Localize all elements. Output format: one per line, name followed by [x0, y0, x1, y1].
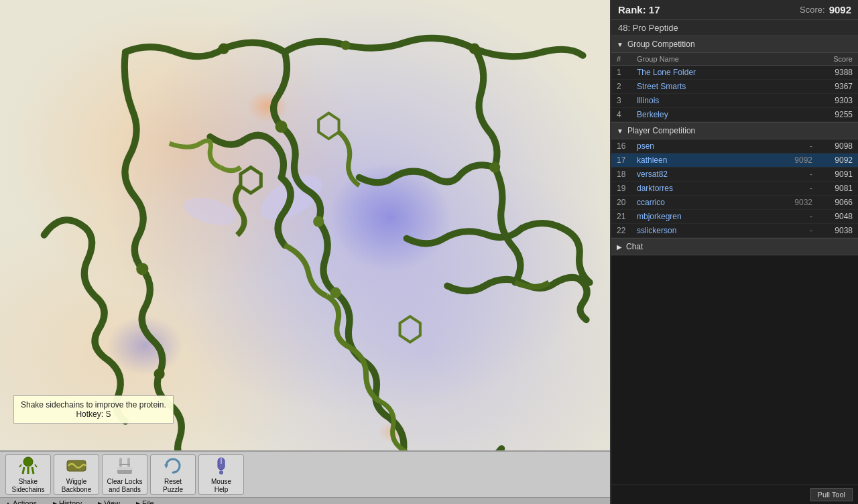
- svg-point-9: [469, 44, 480, 54]
- player-prev-score: 9032: [772, 198, 812, 207]
- player-table-row: 18 versat82 - 9091: [611, 168, 858, 182]
- protein-svg: [0, 0, 610, 504]
- group-rank: 2: [617, 82, 637, 91]
- file-label: File: [142, 499, 154, 504]
- group-score: 9367: [799, 82, 853, 91]
- pull-tool-button[interactable]: Pull Tool: [810, 488, 853, 501]
- player-name: kathleen: [637, 155, 772, 165]
- clear-icon: [114, 455, 135, 477]
- actions-menu[interactable]: ▲ Actions: [3, 498, 40, 504]
- player-score: 9066: [812, 198, 853, 207]
- reset-puzzle-button[interactable]: ResetPuzzle: [150, 454, 196, 495]
- svg-rect-30: [117, 467, 133, 470]
- actions-label: Actions: [13, 499, 37, 504]
- player-rows-container: 16 psen - 9098 17 kathleen 9092 9092 18 …: [611, 139, 858, 238]
- svg-point-11: [313, 216, 324, 227]
- player-competition-header[interactable]: ▼ Player Competition: [611, 123, 858, 139]
- shake-icon: [17, 455, 39, 477]
- wiggle-backbone-label: WiggleBackbone: [62, 478, 91, 494]
- group-score: 9388: [799, 68, 853, 77]
- svg-point-13: [136, 263, 148, 275]
- menu-bar: ▲ Actions ▶ History ▶ View ▶ File: [0, 497, 610, 504]
- player-prev-score: -: [772, 170, 812, 179]
- shake-sidechains-button[interactable]: ShakeSidechains: [5, 454, 51, 495]
- toolbar-buttons: ShakeSidechains WiggleBackbone: [0, 452, 610, 497]
- player-rank: 17: [617, 155, 637, 165]
- player-table-row: 20 ccarrico 9032 9066: [611, 196, 858, 210]
- group-score: 9255: [799, 110, 853, 119]
- history-menu[interactable]: ▶ History: [50, 498, 84, 504]
- reset-puzzle-label: ResetPuzzle: [163, 478, 183, 494]
- svg-point-6: [181, 192, 240, 230]
- group-competition-header[interactable]: ▼ Group Competition: [611, 36, 858, 53]
- col-group-name: Group Name: [637, 55, 799, 63]
- wiggle-backbone-button[interactable]: WiggleBackbone: [54, 454, 99, 495]
- pull-tool-bar: Pull Tool: [611, 485, 858, 504]
- puzzle-name: 48: Pro Peptide: [611, 20, 858, 36]
- player-score: 9091: [812, 170, 853, 179]
- player-rank: 19: [617, 184, 637, 193]
- svg-rect-27: [119, 458, 122, 467]
- player-rank: 22: [617, 226, 637, 235]
- player-rank: 21: [617, 212, 637, 221]
- player-table-row: 17 kathleen 9092 9092: [611, 153, 858, 168]
- player-table-row: 19 darktorres - 9081: [611, 182, 858, 196]
- player-name: psen: [637, 141, 772, 151]
- col-hash: #: [617, 55, 637, 63]
- svg-marker-31: [164, 464, 168, 468]
- mouse-help-label: MouseHelp: [211, 478, 231, 494]
- reset-icon: [162, 455, 184, 477]
- svg-rect-28: [127, 458, 130, 467]
- player-rank: 16: [617, 141, 637, 151]
- view-arrow: ▶: [98, 501, 102, 505]
- group-competition-label: Group Competition: [627, 40, 695, 49]
- group-name: Street Smarts: [637, 82, 799, 91]
- protein-canvas: [0, 0, 610, 504]
- svg-point-19: [23, 457, 33, 466]
- view-menu[interactable]: ▶ View: [95, 498, 123, 504]
- mouse-help-button[interactable]: MouseHelp: [198, 454, 244, 495]
- player-competition-arrow: ▼: [617, 127, 623, 135]
- score-header: Rank: 17 Score: 9092: [611, 0, 858, 20]
- rank-display: Rank: 17: [618, 4, 660, 15]
- mouse-help-icon: [210, 455, 232, 477]
- file-menu[interactable]: ▶ File: [133, 498, 157, 504]
- player-score: 9092: [812, 155, 853, 165]
- group-name: Berkeley: [637, 110, 799, 119]
- svg-line-22: [32, 467, 34, 474]
- player-prev-score: -: [772, 212, 812, 221]
- player-table-row: 21 mbjorkegren - 9048: [611, 210, 858, 224]
- group-table-row: 2 Street Smarts 9367: [611, 80, 858, 94]
- game-area: Shake sidechains to improve the protein.…: [0, 0, 610, 504]
- svg-line-20: [23, 467, 24, 474]
- svg-point-8: [341, 41, 351, 50]
- player-name: darktorres: [637, 184, 772, 193]
- player-table-row: 16 psen - 9098: [611, 139, 858, 153]
- player-prev-score: -: [772, 184, 812, 193]
- group-rank: 4: [617, 110, 637, 119]
- view-label: View: [104, 499, 120, 504]
- player-prev-score: -: [772, 141, 812, 151]
- group-table-header: # Group Name Score: [611, 53, 858, 66]
- group-competition-arrow: ▼: [617, 41, 623, 48]
- player-name: ccarrico: [637, 198, 772, 207]
- player-score: 9081: [812, 184, 853, 193]
- player-prev-score: 9092: [772, 155, 812, 165]
- group-rank: 1: [617, 68, 637, 77]
- chat-header[interactable]: ▶ Chat: [611, 239, 858, 255]
- right-panel: Rank: 17 Score: 9092 48: Pro Peptide ▼ G…: [610, 0, 858, 504]
- clear-locks-button[interactable]: Clear Locksand Bands: [102, 454, 147, 495]
- svg-line-24: [35, 464, 37, 467]
- group-name: The Lone Folder: [637, 68, 799, 77]
- group-rows-container: 1 The Lone Folder 9388 2 Street Smarts 9…: [611, 66, 858, 122]
- chat-arrow: ▶: [617, 243, 622, 251]
- player-name: sslickerson: [637, 226, 772, 235]
- svg-point-34: [219, 470, 223, 475]
- history-arrow: ▶: [53, 501, 57, 505]
- svg-point-14: [154, 369, 165, 379]
- group-table-row: 1 The Lone Folder 9388: [611, 66, 858, 80]
- clear-locks-label: Clear Locksand Bands: [107, 478, 143, 494]
- svg-point-7: [219, 44, 229, 54]
- player-name: mbjorkegren: [637, 212, 772, 221]
- shake-sidechains-label: ShakeSidechains: [12, 478, 45, 494]
